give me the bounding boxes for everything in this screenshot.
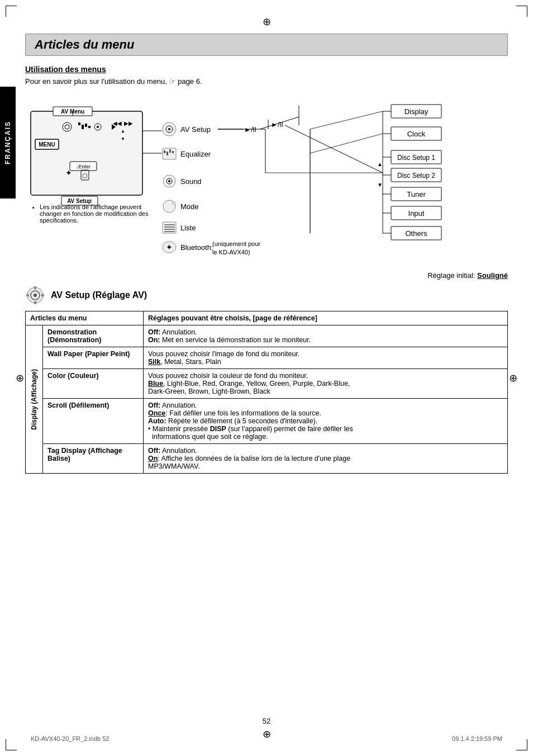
svg-rect-100 [34,286,36,289]
svg-text:⬡: ⬡ [82,172,88,179]
svg-point-48 [172,201,175,205]
svg-point-22 [97,126,99,128]
initial-setting: Réglage initial: Souligné [25,271,508,280]
settings-demonstration: Off: Annulation. On: Met en service la d… [144,325,508,347]
svg-text:Display: Display [404,107,429,116]
section-heading: Utilisation des menus [25,65,508,74]
diagram-notes: Les indications de l'affichage peuvent c… [31,204,154,224]
svg-rect-102 [26,294,29,296]
svg-line-88 [265,129,383,167]
av-setup-title: AV Setup (Réglage AV) [51,290,147,300]
svg-text:Disc  Setup 2: Disc Setup 2 [397,172,435,179]
settings-table: Articles du menu Réglages pouvant être c… [25,311,508,474]
svg-line-93 [310,111,383,129]
svg-line-91 [285,125,383,173]
svg-text:▼: ▼ [121,136,125,141]
menu-item-tagdisplay: Tag Display (Affichage Balise) [43,444,144,474]
registration-mark-left: ⊕ [14,374,26,382]
section-label-cell: Display (Affichage) [26,325,43,474]
svg-text:▼: ▼ [377,182,383,188]
svg-text:✦: ✦ [166,243,173,252]
svg-point-31 [168,128,170,130]
table-row: Tag Display (Affichage Balise) Off: Annu… [26,444,508,474]
svg-rect-101 [34,301,36,304]
svg-rect-40 [169,149,171,153]
svg-text:↓Enter: ↓Enter [76,164,91,169]
svg-rect-18 [82,125,84,129]
svg-line-94 [310,134,383,153]
svg-text:►/II: ►/II [244,126,256,134]
menu-item-scroll: Scroll (Défilement) [43,399,144,444]
page-number: 52 [263,717,270,725]
svg-text:MENU: MENU [39,141,55,148]
svg-text:Liste: Liste [180,224,196,232]
svg-text:Sound: Sound [180,177,202,186]
svg-text:Input: Input [408,209,425,218]
svg-text:AV Setup: AV Setup [180,125,211,134]
settings-scroll: Off: Annulation. Once: Fait défiler une … [144,399,508,444]
svg-text:Others: Others [405,229,427,238]
svg-rect-19 [85,124,87,127]
sidebar-language-label: FRANÇAIS [0,87,16,199]
intro-text: Pour en savoir plus sur l'utilisation du… [25,77,508,86]
svg-rect-41 [172,151,174,153]
menu-item-demonstration: Demonstration(Démonstration) [43,325,144,347]
svg-text:Equalizer: Equalizer [180,150,211,158]
av-setup-icon [25,285,45,305]
menu-item-wallpaper: Wall Paper (Papier Peint) [43,347,144,369]
footer-left: KD-AVX40-20_FR_2.indb 52 [31,735,109,742]
svg-rect-39 [166,152,168,155]
svg-text:Tuner: Tuner [407,190,426,199]
svg-rect-38 [164,150,165,153]
svg-text:Mode: Mode [180,202,199,211]
footer: KD-AVX40-20_FR_2.indb 52 09.1.4 2:19:59 … [0,735,533,742]
table-row: Display (Affichage) Demonstration(Démons… [26,325,508,347]
svg-text:►/II: ►/II [271,121,283,129]
note-item: Les indications de l'affichage peuvent c… [40,204,154,224]
footer-right: 09.1.4 2:19:59 PM [452,735,502,742]
table-row: Scroll (Défilement) Off: Annulation. Onc… [26,399,508,444]
settings-color: Vous pouvez choisir la couleur de fond d… [144,369,508,399]
settings-tagdisplay: Off: Annulation. On: Affiche les données… [144,444,508,474]
diagram-svg: AV Menu AV Setup MENU ↓Enter ◀◀ ▶▶ ▲ ▼ [25,94,511,268]
av-setup-header: AV Setup (Réglage AV) [25,285,508,305]
svg-line-95 [310,157,383,181]
svg-text:Clock: Clock [407,130,426,138]
svg-rect-20 [88,126,91,128]
svg-text:▲: ▲ [377,161,383,167]
svg-text:▲: ▲ [121,129,125,134]
av-setup-section: AV Setup (Réglage AV) Articles du menu R… [25,285,508,474]
page-title: Articles du menu [35,37,498,52]
page-title-box: Articles du menu [25,34,508,56]
svg-text:▶▶: ▶▶ [124,120,133,126]
svg-rect-103 [41,294,44,296]
table-row: Wall Paper (Papier Peint) Vous pouvez ch… [26,347,508,369]
svg-point-45 [168,180,170,182]
svg-text:Disc  Setup 1: Disc Setup 1 [397,154,435,162]
registration-mark-right: ⊕ [507,374,520,382]
table-row: Color (Couleur) Vous pouvez choisir la c… [26,369,508,399]
svg-point-99 [34,294,37,297]
svg-text:✦: ✦ [65,168,72,177]
svg-line-96 [310,175,383,206]
svg-rect-17 [78,122,80,125]
svg-text:◀◀: ◀◀ [113,120,122,126]
svg-text:le KD-AVX40): le KD-AVX40) [212,249,250,256]
table-header-menu: Articles du menu [26,311,144,325]
menu-item-color: Color (Couleur) [43,369,144,399]
svg-text:Bluetooth:: Bluetooth: [180,243,213,252]
table-header-settings: Réglages pouvant être choisis, [page de … [144,311,508,325]
menu-diagram: AV Menu AV Setup MENU ↓Enter ◀◀ ▶▶ ▲ ▼ [25,94,508,268]
svg-text:(uniquement pour: (uniquement pour [212,240,261,247]
settings-wallpaper: Vous pouvez choisir l'image de fond du m… [144,347,508,369]
